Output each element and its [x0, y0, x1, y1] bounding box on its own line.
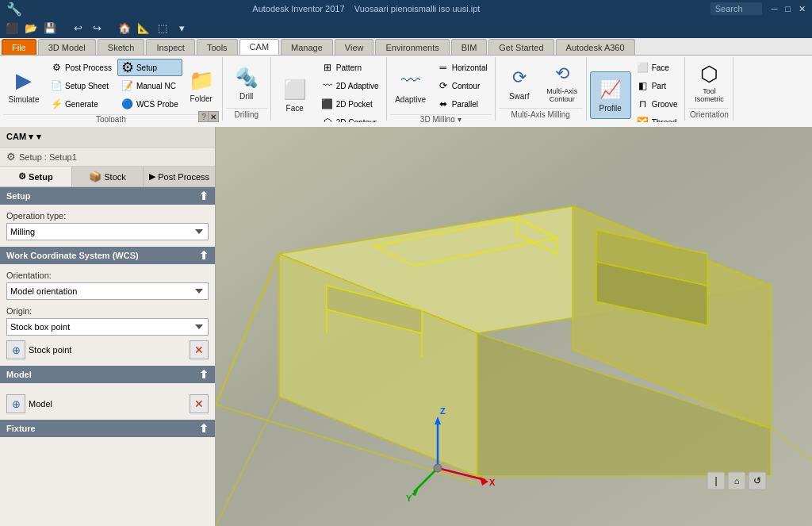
generate-label: Generate [65, 100, 98, 109]
model-section-title: Model [6, 370, 32, 379]
setup-collapse-btn[interactable]: ⬆ [199, 190, 209, 202]
cam-tab-postprocess-label: Post Process [158, 172, 209, 182]
stock-point-row: ⊕ Stock point ✕ [6, 340, 209, 359]
model-collapse-btn[interactable]: ⬆ [199, 368, 209, 381]
wcs-collapse-btn[interactable]: ⬆ [199, 249, 209, 262]
wcs-section-header[interactable]: Work Coordinate System (WCS) ⬆ [0, 247, 215, 264]
generate-icon: ⚡ [50, 98, 63, 110]
operation-type-select[interactable]: Milling Turning Jet Cutting [6, 223, 209, 240]
titlebar-right[interactable]: Search ─ □ ✕ [710, 2, 806, 15]
model-delete-btn[interactable]: ✕ [190, 394, 209, 413]
tab-3dmodel[interactable]: 3D Model [38, 39, 96, 55]
tool-isometric-icon: ⬡ [696, 61, 722, 86]
cam-panel-header: CAM ▾ ▾ [0, 127, 215, 148]
qa-open-btn[interactable]: 📂 [22, 20, 40, 36]
parallel-button[interactable]: ⬌ Parallel [433, 95, 492, 113]
tab-file[interactable]: File [2, 39, 36, 55]
qa-measure-btn[interactable]: 📐 [135, 20, 152, 36]
turning-face-icon: ⬜ [637, 61, 649, 74]
cam-panel-tabs: ⚙ Setup 📦 Stock ▶ Post Process [0, 167, 215, 187]
setup-section-title: Setup [6, 191, 31, 201]
swarf-button[interactable]: ⟳ Swarf [499, 59, 540, 106]
qa-more-btn[interactable]: ▾ [173, 20, 190, 36]
qa-redo-btn[interactable]: ↪ [88, 20, 105, 36]
multiaxis-group-label: Multi-Axis Milling [499, 108, 583, 121]
cam-dropdown-arrow[interactable]: ▾ [36, 132, 41, 142]
viewport[interactable]: Z Y X | ⌂ ↺ [216, 127, 812, 526]
2d-pocket-button[interactable]: ⬛ 2D Pocket [317, 95, 383, 113]
post-process-button[interactable]: ⚙ Post Process [46, 59, 116, 76]
setup-sheet-button[interactable]: 📄 Setup Sheet [46, 77, 116, 94]
tab-tools[interactable]: Tools [197, 39, 238, 55]
cam-tab-setup[interactable]: ⚙ Setup [0, 167, 72, 186]
2d-adaptive-button[interactable]: 〰 2D Adaptive [317, 77, 383, 94]
tab-manage[interactable]: Manage [281, 39, 333, 55]
3dmilling-small-group: ═ Horizontal ⟳ Contour ⬌ Parallel [433, 59, 492, 113]
qa-home-btn[interactable]: 🏠 [116, 20, 133, 36]
tab-cam[interactable]: CAM [239, 39, 279, 55]
horizontal-icon: ═ [437, 61, 450, 74]
turning-face-button[interactable]: ⬜ Face [633, 59, 682, 76]
model-section-header[interactable]: Model ⬆ [0, 366, 215, 383]
tab-environments[interactable]: Environments [375, 39, 449, 55]
panel-close-button[interactable]: ✕ [208, 111, 219, 122]
pattern-icon: ⊞ [321, 61, 334, 74]
origin-select[interactable]: Stock box point Model origin Work point [6, 318, 209, 336]
ribbon-group-orientation: ⬡ Tool Isometric Orientation [685, 57, 733, 121]
minimize-btn[interactable]: ─ [772, 4, 778, 13]
model-section: Model ⬆ ⊕ Model ✕ [0, 366, 215, 420]
tab-inspect[interactable]: Inspect [146, 39, 194, 55]
tab-bim[interactable]: BIM [451, 39, 488, 55]
cam-tab-stock[interactable]: 📦 Stock [72, 167, 144, 186]
profile-button[interactable]: 📈 Profile [590, 71, 631, 119]
2d-adaptive-icon: 〰 [321, 79, 334, 92]
manual-nc-icon: 📝 [121, 79, 134, 92]
orientation-group-label: Orientation [688, 108, 730, 121]
titlebar-center: Autodesk Inventor 2017 Vuosaari pienoism… [252, 4, 480, 13]
qa-new-btn[interactable]: ⬛ [3, 20, 21, 36]
fixture-collapse-btn[interactable]: ⬆ [199, 422, 209, 435]
tab-view[interactable]: View [335, 39, 374, 55]
generate-button[interactable]: ⚡ Generate [46, 95, 116, 113]
qa-save-btn[interactable]: 💾 [41, 20, 59, 36]
fixture-section-header[interactable]: Fixture ⬆ [0, 420, 215, 437]
qa-undo-btn[interactable]: ↩ [69, 20, 86, 36]
simulate-button[interactable]: ▶ Simulate [3, 62, 44, 109]
groove-button[interactable]: ⊓ Groove [633, 95, 682, 113]
2d-contour-button[interactable]: ⬡ 2D Contour [317, 113, 383, 122]
pattern-button[interactable]: ⊞ Pattern [317, 59, 383, 76]
2d-contour-label: 2D Contour [336, 118, 377, 123]
turning-part-button[interactable]: ◧ Part [633, 77, 682, 94]
qa-view-btn[interactable]: ⬚ [154, 20, 171, 36]
setup-button[interactable]: ⚙ Setup [117, 59, 182, 76]
manual-nc-button[interactable]: 📝 Manual NC [117, 77, 182, 94]
tab-a360[interactable]: Autodesk A360 [556, 39, 635, 55]
wcs-probe-button[interactable]: 🔵 WCS Probe [117, 95, 182, 113]
multiaxis-contour-button[interactable]: ⟲ Multi-Axis Contour [542, 59, 583, 106]
tab-get-started[interactable]: Get Started [488, 39, 553, 55]
adaptive-button[interactable]: 〰 Adaptive [390, 62, 431, 109]
restore-btn[interactable]: □ [785, 4, 791, 13]
folder-button[interactable]: 📁 Folder [184, 63, 219, 109]
orientation-select[interactable]: Model orientation Select Z axis/plane & … [6, 282, 209, 300]
svg-text:|: | [714, 475, 717, 486]
thread-button[interactable]: 🔀 Thread [633, 113, 682, 122]
2d-contour-icon: ⬡ [321, 116, 334, 122]
tool-isometric-button[interactable]: ⬡ Tool Isometric [688, 59, 730, 106]
close-btn[interactable]: ✕ [799, 4, 806, 14]
contour-button[interactable]: ⟳ Contour [433, 77, 492, 94]
setup-section-header[interactable]: Setup ⬆ [0, 187, 215, 205]
thread-icon: 🔀 [637, 116, 649, 122]
post-process-label: Post Process [65, 63, 112, 72]
face-button[interactable]: ⬜ Face [274, 71, 316, 119]
wcs-section: Work Coordinate System (WCS) ⬆ Orientati… [0, 247, 215, 366]
stock-point-delete-btn[interactable]: ✕ [190, 340, 209, 359]
svg-text:Z: Z [440, 406, 446, 416]
svg-text:Y: Y [406, 493, 412, 503]
cam-tab-postprocess[interactable]: ▶ Post Process [144, 167, 215, 186]
drill-button[interactable]: 🔩 Drill [226, 59, 267, 106]
tab-sketch[interactable]: Sketch [98, 39, 145, 55]
search-input[interactable]: Search [710, 2, 762, 15]
horizontal-button[interactable]: ═ Horizontal [433, 59, 492, 76]
stock-point-label: Stock point [29, 345, 186, 355]
